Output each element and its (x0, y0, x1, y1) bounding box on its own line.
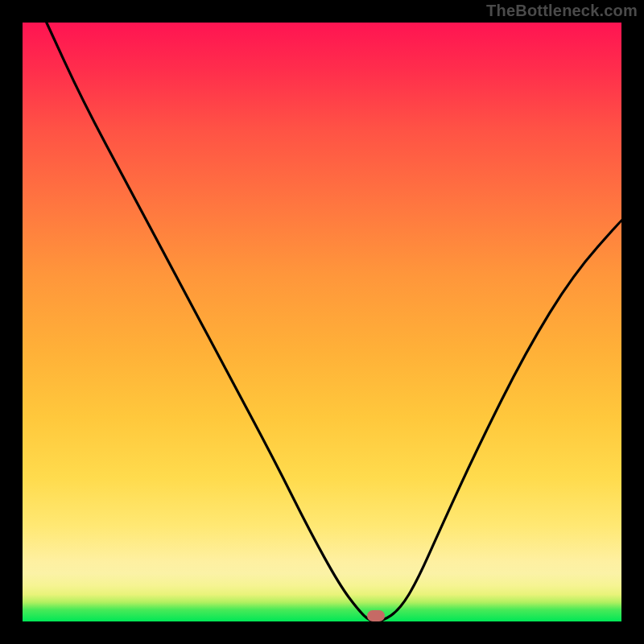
plot-area (23, 23, 621, 621)
bottleneck-marker (367, 610, 385, 621)
chart-frame: TheBottleneck.com (0, 0, 644, 644)
curve-svg (23, 23, 621, 621)
bottleneck-curve-path (47, 23, 621, 621)
watermark-text: TheBottleneck.com (486, 2, 638, 20)
